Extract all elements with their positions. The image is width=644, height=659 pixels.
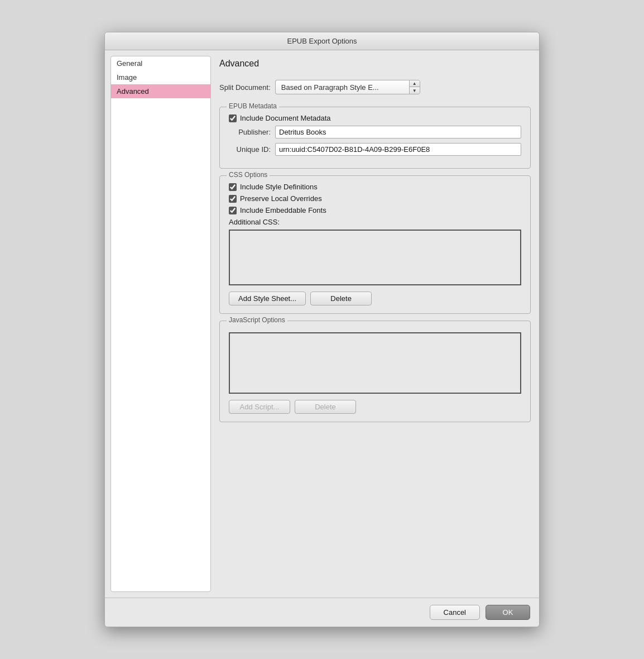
split-document-value[interactable]: Based on Paragraph Style E... [275,80,409,94]
unique-id-input[interactable] [275,143,521,156]
publisher-label: Publisher: [229,128,271,136]
stepper-up-btn[interactable]: ▲ [410,80,420,87]
stepper-down-btn[interactable]: ▼ [410,87,420,94]
unique-id-row: Unique ID: [229,143,521,156]
sidebar-item-advanced[interactable]: Advanced [111,84,210,98]
include-document-metadata-label: Include Document Metadata [240,114,331,122]
add-script-button[interactable]: Add Script... [229,400,290,414]
js-delete-button[interactable]: Delete [295,400,356,414]
epub-metadata-group: EPUB Metadata Include Document Metadata … [219,107,531,169]
javascript-options-label: JavaScript Options [227,316,287,324]
include-document-metadata-checkbox[interactable] [229,114,237,122]
sidebar: General Image Advanced [110,56,211,592]
sidebar-item-image[interactable]: Image [111,70,210,84]
additional-css-textarea[interactable] [229,230,521,285]
dialog-body: General Image Advanced Advanced Split Do… [105,50,539,598]
dialog-footer: Cancel OK [105,598,539,627]
dialog-title: EPUB Export Options [287,37,357,45]
css-delete-button[interactable]: Delete [310,292,372,305]
publisher-row: Publisher: [229,126,521,139]
add-style-sheet-button[interactable]: Add Style Sheet... [229,292,306,305]
unique-id-label: Unique ID: [229,145,271,154]
include-style-definitions-label: Include Style Definitions [240,183,318,191]
split-document-control[interactable]: Based on Paragraph Style E... ▲ ▼ [275,80,420,94]
main-content: Advanced Split Document: Based on Paragr… [217,56,534,592]
javascript-options-group: JavaScript Options Add Script... Delete [219,321,531,422]
cancel-button[interactable]: Cancel [430,605,480,620]
css-button-row: Add Style Sheet... Delete [229,292,521,305]
preserve-local-overrides-checkbox[interactable] [229,195,237,203]
javascript-textarea[interactable] [229,332,521,394]
css-options-group: CSS Options Include Style Definitions Pr… [219,175,531,314]
preserve-local-overrides-label: Preserve Local Overrides [240,194,322,203]
include-embeddable-fonts-checkbox[interactable] [229,207,237,214]
include-style-definitions-row: Include Style Definitions [229,183,521,191]
split-document-stepper: ▲ ▼ [409,80,420,94]
epub-metadata-label: EPUB Metadata [227,102,279,110]
js-button-row: Add Script... Delete [229,400,521,414]
title-bar: EPUB Export Options [105,32,539,50]
preserve-local-overrides-row: Preserve Local Overrides [229,194,521,203]
sidebar-item-general[interactable]: General [111,56,210,70]
include-style-definitions-checkbox[interactable] [229,183,237,191]
section-title: Advanced [219,59,531,69]
ok-button[interactable]: OK [486,605,530,620]
include-document-metadata-row: Include Document Metadata [229,114,521,122]
include-embeddable-fonts-label: Include Embeddable Fonts [240,206,326,214]
publisher-input[interactable] [275,126,521,139]
split-document-label: Split Document: [219,83,271,92]
epub-export-dialog: EPUB Export Options General Image Advanc… [104,32,540,627]
additional-css-label: Additional CSS: [229,218,521,226]
css-options-label: CSS Options [227,171,270,179]
split-document-row: Split Document: Based on Paragraph Style… [219,80,531,94]
include-embeddable-fonts-row: Include Embeddable Fonts [229,206,521,214]
